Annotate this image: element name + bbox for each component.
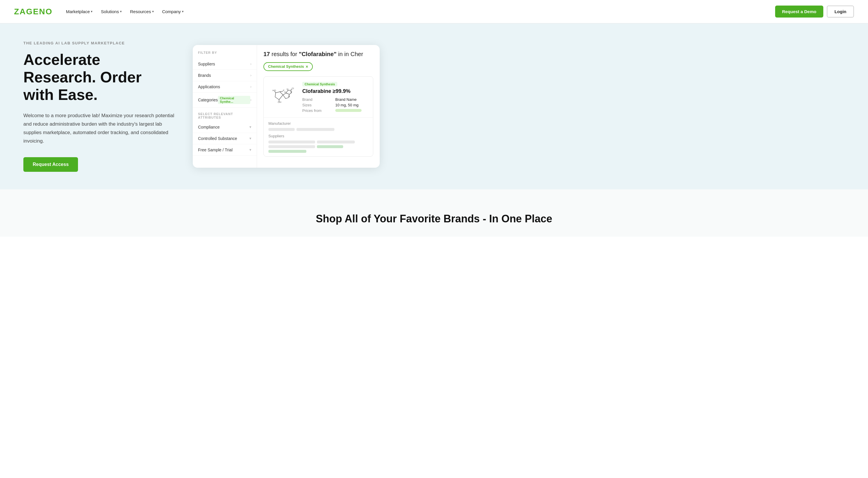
hero-description: Welcome to a more productive lab! Maximi… <box>23 112 175 146</box>
skeleton-bar <box>269 150 306 153</box>
svg-text:N: N <box>288 95 290 97</box>
product-info: Chemical Synthesis Clofarabine ≥99.9% Br… <box>302 81 368 113</box>
hero-title: Accelerate Research. Order with Ease. <box>23 51 175 103</box>
bottom-title: Shop All of Your Favorite Brands - In On… <box>14 213 854 225</box>
chevron-down-icon: ▾ <box>152 10 154 13</box>
supplier-tags <box>269 141 368 153</box>
chevron-right-icon: › <box>250 97 251 102</box>
suppliers-label: Suppliers <box>269 134 368 138</box>
chevron-right-icon: › <box>250 73 251 78</box>
skeleton-bar <box>269 145 315 148</box>
hero-text: THE LEADING AI LAB SUPPLY MARKETPLACE Ac… <box>23 41 175 172</box>
skeleton-bar <box>297 128 334 131</box>
logo: ZAGENO <box>14 7 53 17</box>
svg-line-4 <box>280 91 283 92</box>
filter-brands[interactable]: Brands › <box>193 70 257 81</box>
results-panel: 17 results for "Clofarabine" in in Cher … <box>257 45 380 168</box>
product-image: HO F N N N <box>269 81 298 108</box>
hero-subtitle: THE LEADING AI LAB SUPPLY MARKETPLACE <box>23 41 175 45</box>
product-badge: Chemical Synthesis <box>302 82 337 87</box>
svg-text:HO: HO <box>273 89 276 92</box>
request-access-button[interactable]: Request Access <box>23 157 78 172</box>
svg-marker-0 <box>275 92 283 100</box>
marketplace-preview-card: FILTER BY Suppliers › Brands › Applicati… <box>193 45 380 168</box>
filter-categories[interactable]: Categories Chemical Synthe... › <box>193 93 257 108</box>
chevron-right-icon: › <box>250 62 251 66</box>
results-header: 17 results for "Clofarabine" in in Cher <box>264 51 373 58</box>
chevron-down-icon: ▾ <box>182 10 184 13</box>
filter-controlled-substance[interactable]: Controlled Substance ▾ <box>193 133 257 144</box>
chevron-down-icon: ▾ <box>91 10 93 13</box>
product-card-header: HO F N N N <box>264 77 373 117</box>
skeleton-bar <box>317 145 343 148</box>
chevron-down-icon: ▾ <box>249 148 251 152</box>
active-filter-chemical-synthesis[interactable]: Chemical Synthesis × <box>264 62 313 71</box>
nav-company[interactable]: Company ▾ <box>159 7 187 17</box>
nav-marketplace[interactable]: Marketplace ▾ <box>63 7 96 17</box>
chevron-down-icon: ▾ <box>249 125 251 129</box>
product-name: Clofarabine ≥99.9% <box>302 88 368 94</box>
svg-text:N: N <box>287 88 288 91</box>
skeleton-bar <box>269 141 315 144</box>
select-attributes-label: SELECT RELEVANT ATTRIBUTES <box>193 108 257 122</box>
filter-free-sample[interactable]: Free Sample / Trial ▾ <box>193 144 257 156</box>
nav-resources[interactable]: Resources ▾ <box>127 7 157 17</box>
skeleton-bar <box>269 128 295 131</box>
nav-solutions[interactable]: Solutions ▾ <box>98 7 125 17</box>
hero-section: THE LEADING AI LAB SUPPLY MARKETPLACE Ac… <box>0 23 868 189</box>
filter-by-label: FILTER BY <box>193 51 257 58</box>
nav-links: Marketplace ▾ Solutions ▾ Resources ▾ Co… <box>63 7 187 17</box>
manufacturer-label: Manufacturer <box>269 121 368 126</box>
filter-applications[interactable]: Applications › <box>193 81 257 93</box>
chevron-down-icon: ▾ <box>249 136 251 141</box>
svg-text:N: N <box>290 91 292 93</box>
chevron-right-icon: › <box>250 84 251 89</box>
filter-compliance[interactable]: Compliance ▾ <box>193 122 257 133</box>
manufacturer-tags <box>269 128 368 131</box>
product-card: HO F N N N <box>264 76 373 157</box>
price-bar <box>335 109 362 112</box>
svg-text:OH: OH <box>278 101 281 103</box>
molecule-diagram: HO F N N N <box>270 81 296 108</box>
request-demo-button[interactable]: Request a Demo <box>775 5 824 18</box>
navbar-left: ZAGENO Marketplace ▾ Solutions ▾ Resourc… <box>14 7 187 17</box>
svg-text:N: N <box>284 91 286 93</box>
login-button[interactable]: Login <box>827 5 854 18</box>
filter-suppliers[interactable]: Suppliers › <box>193 58 257 70</box>
bottom-section: Shop All of Your Favorite Brands - In On… <box>0 189 868 237</box>
navbar-right: Request a Demo Login <box>775 5 854 18</box>
navbar: ZAGENO Marketplace ▾ Solutions ▾ Resourc… <box>0 0 868 23</box>
chevron-down-icon: ▾ <box>120 10 122 13</box>
product-footer: Manufacturer Suppliers <box>264 117 373 156</box>
skeleton-bar <box>317 141 355 144</box>
filter-panel: FILTER BY Suppliers › Brands › Applicati… <box>193 45 257 168</box>
remove-filter-icon[interactable]: × <box>306 64 308 69</box>
product-specs: Brand Brand Name Sizes 10 mg, 50 mg Pric… <box>302 97 368 113</box>
